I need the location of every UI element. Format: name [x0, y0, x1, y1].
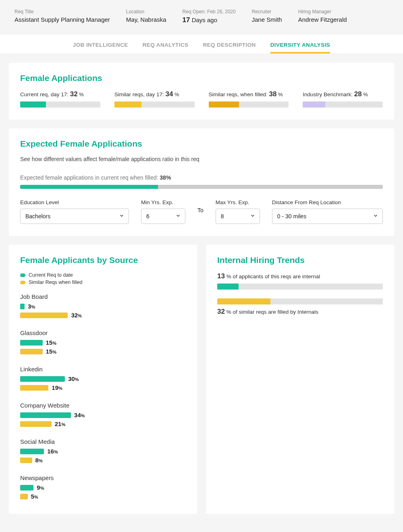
card-internal-hiring-trends: Internal Hiring Trends 13 % of applicant… [206, 245, 394, 514]
source-bar-current-fill [20, 304, 25, 309]
female-app-bar [303, 101, 383, 108]
min-exp-select[interactable]: 6 [141, 209, 185, 224]
source-similar-value: 21% [55, 420, 65, 427]
page-content: Female Applications Current req, day 17:… [0, 54, 403, 523]
control-education: Education Level Bachelors [20, 199, 129, 224]
female-app-bar-fill [20, 101, 46, 108]
source-bar-similar-fill [20, 313, 68, 318]
header-hiring-manager: Hiring Manager Andrew Fitzgerald [298, 9, 347, 24]
min-exp-label: Min Yrs. Exp. [141, 199, 185, 205]
source-bar-similar: 5% [20, 493, 186, 500]
sources-title: Female Applicants by Source [20, 255, 186, 265]
source-bar-current-fill [20, 340, 43, 346]
legend-current: Current Req to date [20, 272, 186, 278]
internal-block-1: 13 % of applicants of this reqs are inte… [217, 272, 383, 290]
source-bar-similar-fill [20, 494, 28, 499]
source-item: Job Board3%32% [20, 293, 186, 321]
source-name: Job Board [20, 293, 186, 300]
female-applications-title: Female Applications [20, 73, 383, 83]
control-max-exp: Max Yrs. Exp. 8 [216, 199, 260, 224]
source-item: Newspapers9%5% [20, 474, 186, 502]
internal-block-2: 32 % of similar reqs are filled by Inter… [217, 298, 383, 316]
expected-title: Expected Female Applications [20, 139, 383, 149]
source-bar-current: 16% [20, 448, 186, 455]
card-female-applications: Female Applications Current req, day 17:… [9, 63, 394, 120]
legend-dot-yellow-icon [20, 281, 25, 284]
card-expected-female-applications: Expected Female Applications See how dif… [9, 128, 394, 236]
source-similar-value: 8% [35, 457, 43, 464]
source-item: Glassdoor15%15% [20, 329, 186, 357]
tab-req-description[interactable]: REQ DESCRIPTION [203, 42, 256, 54]
source-bar-current-fill [20, 412, 71, 418]
max-exp-select[interactable]: 8 [216, 209, 260, 224]
female-app-bar-fill [114, 101, 142, 108]
tab-diversity-analysis[interactable]: DIVERSITY ANALYSIS [270, 42, 330, 54]
female-app-bar-fill [209, 101, 239, 108]
header-location: Location May, Nabraska [126, 9, 166, 24]
female-app-bar [114, 101, 195, 108]
distance-value: 0 - 30 miles [277, 213, 306, 219]
expected-controls: Education Level Bachelors Min Yrs. Exp. … [20, 199, 383, 224]
internal-line-2: 32 % of similar reqs are filled by Inter… [217, 308, 383, 316]
expected-progress-bar [20, 185, 383, 189]
recruiter-value: Jane Smith [252, 16, 282, 23]
location-value: May, Nabraska [126, 16, 166, 23]
education-label: Education Level [20, 199, 129, 205]
source-bar-similar-fill [20, 421, 52, 427]
female-app-label: Similar reqs, when filled: 38 % [209, 90, 289, 98]
source-bar-current: 15% [20, 339, 186, 346]
female-app-item: Current req, day 17: 32 % [20, 90, 100, 108]
tab-req-analytics[interactable]: REQ ANALYTICS [143, 42, 189, 54]
tab-bar: JOB INTELLIGENCE REQ ANALYTICS REQ DESCR… [0, 35, 403, 54]
source-list: Job Board3%32%Glassdoor15%15%Linkedin30%… [20, 293, 186, 502]
source-bar-current: 34% [20, 412, 186, 418]
female-app-label: Similar reqs, day 17: 34 % [114, 90, 195, 98]
max-exp-label: Max Yrs. Exp. [216, 199, 260, 205]
source-similar-value: 19% [52, 384, 62, 391]
source-bar-current-fill [20, 376, 65, 382]
education-value: Bachelors [25, 213, 50, 219]
source-current-value: 34% [74, 412, 85, 418]
req-open-label: Req Open: Feb 26, 2020 [183, 9, 236, 14]
female-app-bar [20, 101, 100, 108]
source-bar-current-fill [20, 449, 44, 454]
distance-label: Distance From Req Location [272, 199, 383, 205]
location-label: Location [126, 9, 166, 14]
source-similar-value: 15% [46, 348, 56, 355]
source-current-value: 30% [68, 375, 79, 382]
source-bar-similar: 19% [20, 384, 186, 391]
source-current-value: 16% [47, 448, 58, 455]
recruiter-label: Recruiter [252, 9, 282, 14]
education-select[interactable]: Bachelors [20, 209, 129, 224]
source-bar-similar-fill [20, 385, 48, 391]
source-bar-similar-fill [20, 457, 32, 463]
source-name: Linkedin [20, 366, 186, 373]
header-req-open: Req Open: Feb 26, 2020 17 Days ago [183, 9, 236, 24]
internal-bar-2-fill [217, 298, 270, 304]
source-item: Linkedin30%19% [20, 366, 186, 393]
source-name: Glassdoor [20, 329, 186, 336]
expected-line: Expected female applications in current … [20, 174, 383, 181]
sources-legend: Current Req to date Similar Reqs when fi… [20, 272, 186, 285]
tab-job-intelligence[interactable]: JOB INTELLIGENCE [73, 42, 128, 54]
source-current-value: 3% [28, 303, 35, 310]
source-bar-current: 30% [20, 375, 186, 382]
source-bar-similar: 8% [20, 457, 186, 464]
source-bar-similar: 21% [20, 420, 186, 427]
req-title-value: Assistant Supply Planning Manager [15, 16, 110, 23]
hiring-manager-value: Andrew Fitzgerald [298, 16, 347, 23]
header-req-title: Req Title Assistant Supply Planning Mana… [15, 9, 110, 24]
distance-select[interactable]: 0 - 30 miles [272, 209, 383, 224]
expected-subtitle: See how different values affect female/m… [20, 156, 383, 162]
female-app-item: Similar reqs, when filled: 38 % [209, 90, 289, 108]
req-title-label: Req Title [15, 9, 110, 14]
req-open-days: 17 [183, 16, 190, 24]
source-name: Newspapers [20, 474, 186, 481]
to-label: To [197, 207, 204, 217]
header-recruiter: Recruiter Jane Smith [252, 9, 282, 24]
source-bar-current-fill [20, 485, 33, 491]
hiring-manager-label: Hiring Manager [298, 9, 347, 14]
source-similar-value: 32% [71, 312, 81, 319]
internal-bar-1 [217, 284, 383, 290]
source-bar-similar: 32% [20, 312, 186, 319]
